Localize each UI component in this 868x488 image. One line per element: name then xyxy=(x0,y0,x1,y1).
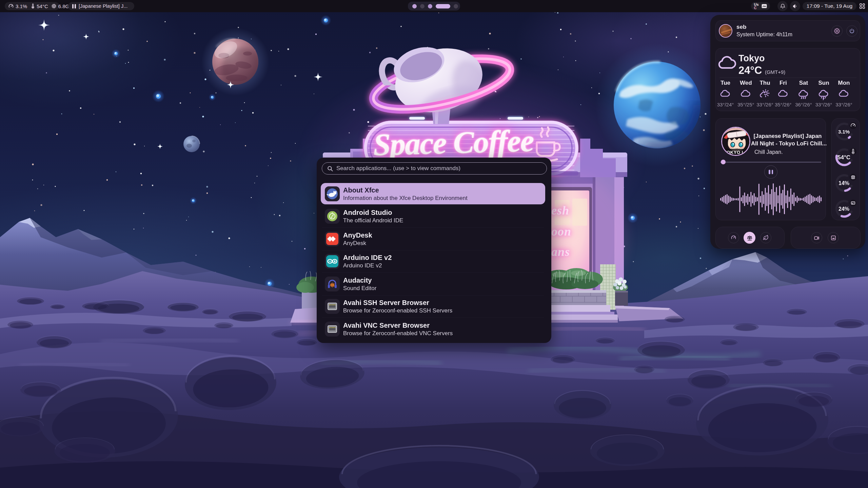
svg-text:54°C: 54°C xyxy=(837,154,850,161)
svg-text:Mon: Mon xyxy=(838,80,850,86)
svg-text:Sat: Sat xyxy=(799,80,808,86)
svg-text:Wed: Wed xyxy=(740,80,752,86)
svg-text:33°/26°: 33°/26° xyxy=(835,102,852,107)
svg-text:3.1%: 3.1% xyxy=(838,129,850,135)
svg-text:35°/26°: 35°/26° xyxy=(775,102,792,107)
svg-text:35°/25°: 35°/25° xyxy=(737,102,754,107)
svg-text:36°/26°: 36°/26° xyxy=(795,102,812,107)
svg-text:33°/26°: 33°/26° xyxy=(815,102,832,107)
svg-text:Tue: Tue xyxy=(721,80,730,86)
svg-text:Sun: Sun xyxy=(818,80,829,86)
svg-text:24%: 24% xyxy=(839,206,849,212)
svg-text:33°/24°: 33°/24° xyxy=(717,102,734,107)
svg-text:14%: 14% xyxy=(839,180,849,186)
svg-text:Fri: Fri xyxy=(780,80,787,86)
svg-text:Thu: Thu xyxy=(760,80,770,86)
svg-text:33°/26°: 33°/26° xyxy=(756,102,773,107)
